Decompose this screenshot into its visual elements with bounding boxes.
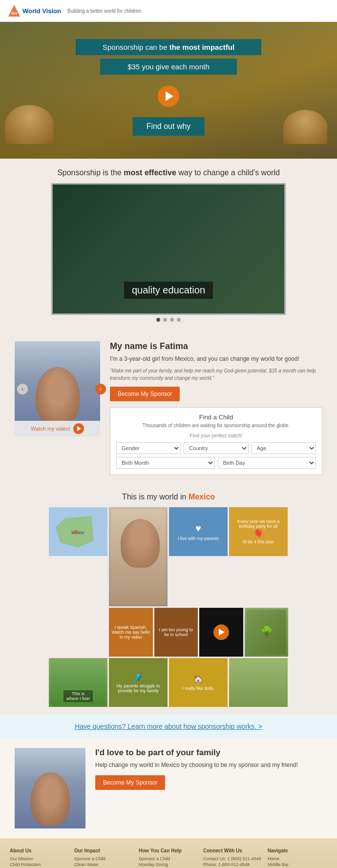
country-select[interactable]: Country xyxy=(184,442,248,454)
svg-text:WV: WV xyxy=(11,11,18,16)
watch-video-button[interactable]: Watch my video! xyxy=(15,421,100,436)
find-child-title: Find a Child xyxy=(116,413,316,421)
world-heading-mexico: Mexico xyxy=(189,493,215,501)
watch-play-icon xyxy=(73,423,84,434)
footer-link-mission[interactable]: Our Mission xyxy=(10,856,69,861)
hero-text-bold: the most impactful xyxy=(169,43,234,51)
hero-banner-top: Sponsorship can be the most impactful xyxy=(76,39,261,55)
grid-cell-dolls: 🏠 I really like dolls. xyxy=(169,658,228,707)
sponsorship-section: Sponsorship is the most effective way to… xyxy=(0,159,337,331)
find-child-subtitle2: Find your perfect match! xyxy=(116,433,316,438)
video-play-icon[interactable] xyxy=(213,624,229,640)
world-heading: This is my world in Mexico xyxy=(7,493,330,501)
family-text: I'd love to be part of your family Help … xyxy=(95,748,322,790)
family-description: Help change my world in Mexico by choosi… xyxy=(95,761,322,769)
footer-col-impact: Our Impact Sponsor a Child Clean Water F… xyxy=(74,848,134,868)
grid-cell-map: Mexico xyxy=(49,507,107,556)
world-heading-prefix: This is my world in xyxy=(122,493,189,501)
balloons-icon: 🎈 xyxy=(231,529,286,539)
live-with-parents-text: I live with my parents xyxy=(178,536,219,541)
hero-play-button[interactable] xyxy=(158,85,179,107)
world-section: This is my world in Mexico Mexico xyxy=(0,485,337,715)
dot-1[interactable] xyxy=(156,318,160,322)
sponsorship-heading-bold: most effective xyxy=(124,168,176,177)
hero-text-line2: $35 you give each month xyxy=(127,62,210,71)
header-tagline: Building a better world for children xyxy=(67,8,141,14)
prev-child-arrow[interactable]: ‹ xyxy=(17,384,28,394)
child-profile-section: ‹ › Watch my video! My name is Fatima I'… xyxy=(0,331,337,485)
dot-4[interactable] xyxy=(177,318,181,322)
world-vision-logo[interactable]: WV World Vision xyxy=(7,4,61,18)
footer-link-contact[interactable]: Contact Us: 1 (800) 511-4548 xyxy=(203,856,263,861)
grid-cell-provide: 🧳 My parents struggle to provide for my … xyxy=(109,658,168,707)
birth-day-select[interactable]: Birth Day xyxy=(218,457,316,469)
sponsorship-heading: Sponsorship is the most effective way to… xyxy=(7,168,330,177)
dot-2[interactable] xyxy=(163,318,167,322)
grid-cell-birthday: Every year we have a birthday party for … xyxy=(229,507,288,556)
grid-cell-house: This is where I live! xyxy=(49,658,107,707)
sponsorship-heading-prefix: Sponsorship is the xyxy=(57,168,124,177)
video-frame[interactable]: quality education xyxy=(51,183,286,315)
family-section: I'd love to be part of your family Help … xyxy=(0,738,337,838)
age-select[interactable]: Age xyxy=(252,442,316,454)
footer-link-sponsor[interactable]: Sponsor a Child xyxy=(74,856,134,861)
footer-col-impact-title: Our Impact xyxy=(74,848,134,853)
hero-banner-bottom: $35 you give each month xyxy=(100,59,237,75)
child-face xyxy=(36,367,80,426)
find-child-selects-row2: Birth Month Birth Day xyxy=(116,457,316,469)
video-dots xyxy=(7,318,330,322)
find-child-selects: Gender Country Age xyxy=(116,442,316,454)
footer-link-home[interactable]: Home xyxy=(268,856,327,861)
footer-link-monday-giving[interactable]: Monday Giving xyxy=(139,862,198,867)
footer-link-middle-bar[interactable]: Middle Bar xyxy=(268,862,327,867)
child-description: I'm a 3-year-old girl from Mexico, and y… xyxy=(110,354,322,363)
footer-link-sponsor-child[interactable]: Sponsor a Child xyxy=(139,856,198,861)
find-child-subtitle: Thousands of children are waiting for sp… xyxy=(116,423,316,428)
footer: About Us Our Mission Child Protection Ho… xyxy=(0,838,337,868)
grid-cell-trees: 🌳 xyxy=(245,608,289,657)
next-child-arrow[interactable]: › xyxy=(95,384,106,394)
questions-text[interactable]: Have questions? Learn more about how spo… xyxy=(75,723,262,730)
family-face xyxy=(31,772,70,826)
logo-text: World Vision xyxy=(22,7,61,15)
birth-month-select[interactable]: Birth Month xyxy=(116,457,215,469)
grid-cell-extra xyxy=(229,658,288,707)
child-name: My name is Fatima xyxy=(110,341,322,351)
footer-columns: About Us Our Mission Child Protection Ho… xyxy=(10,848,327,868)
find-child-box: Find a Child Thousands of children are w… xyxy=(110,407,322,475)
footer-col-connect-title: Connect With Us xyxy=(203,848,263,853)
questions-link[interactable]: Have questions? Learn more about how spo… xyxy=(10,723,327,730)
family-photo xyxy=(15,748,85,828)
footer-link-water[interactable]: Clean Water xyxy=(74,862,134,867)
footer-col-about-title: About Us xyxy=(10,848,69,853)
age-text: I'll be 4 this year xyxy=(231,539,286,544)
spanish-text: I speak Spanish. Watch me say hello in m… xyxy=(111,625,151,640)
footer-col-navigate-title: Navigate xyxy=(268,848,327,853)
header: WV World Vision Building a better world … xyxy=(0,0,337,22)
dot-3[interactable] xyxy=(170,318,174,322)
hero-section: Sponsorship can be the most impactful $3… xyxy=(0,22,337,159)
grid-cell-school: I am too young to be in school xyxy=(154,608,198,657)
footer-link-phone[interactable]: Phone: 1-800-512-4548 xyxy=(203,862,263,867)
footer-col-about: About Us Our Mission Child Protection Ho… xyxy=(10,848,69,868)
footer-col-connect: Connect With Us Contact Us: 1 (800) 511-… xyxy=(203,848,263,868)
become-sponsor-button[interactable]: Become My Sponsor xyxy=(110,387,180,401)
footer-col-help-title: How You Can Help xyxy=(139,848,198,853)
gender-select[interactable]: Gender xyxy=(116,442,181,454)
footer-link-child-protection[interactable]: Child Protection xyxy=(10,862,69,867)
sponsorship-heading-suffix: way to change a child's world xyxy=(176,168,280,177)
school-text: I am too young to be in school xyxy=(156,627,196,637)
hut-right-decoration xyxy=(283,110,327,144)
video-caption: quality education xyxy=(124,282,213,299)
footer-col-help: How You Can Help Sponsor a Child Monday … xyxy=(139,848,198,868)
hut-left-decoration xyxy=(5,105,54,144)
family-sponsor-button[interactable]: Become My Sponsor xyxy=(95,775,165,790)
svg-point-5 xyxy=(74,530,78,533)
grid-cell-video[interactable] xyxy=(199,608,243,657)
logo-area: WV World Vision Building a better world … xyxy=(7,4,141,18)
watch-video-label: Watch my video! xyxy=(31,426,70,432)
child-quote: "Make me part of your family, and help m… xyxy=(110,367,322,382)
birthday-text: Every year we have a birthday party for … xyxy=(231,519,286,529)
footer-col-navigate: Navigate Home Middle Bar Change Donation… xyxy=(268,848,327,868)
find-out-why-button[interactable]: Find out why xyxy=(133,117,205,136)
